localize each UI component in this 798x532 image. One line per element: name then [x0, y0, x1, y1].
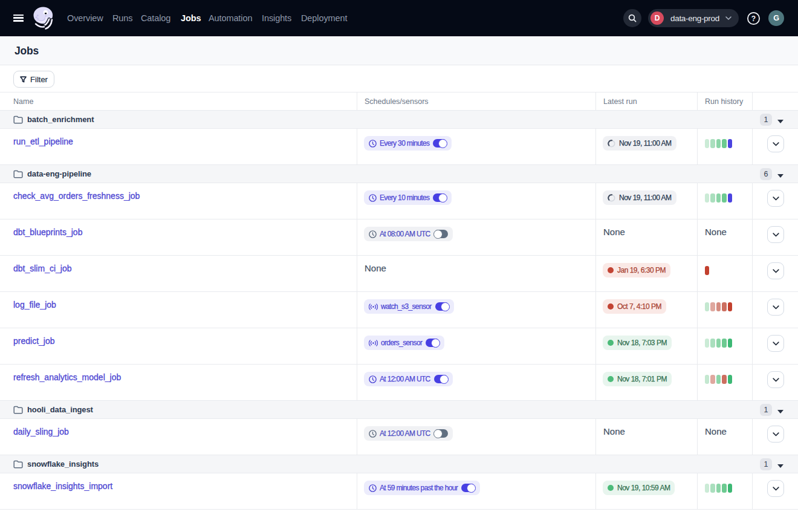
svg-text:?: ?: [751, 15, 755, 23]
